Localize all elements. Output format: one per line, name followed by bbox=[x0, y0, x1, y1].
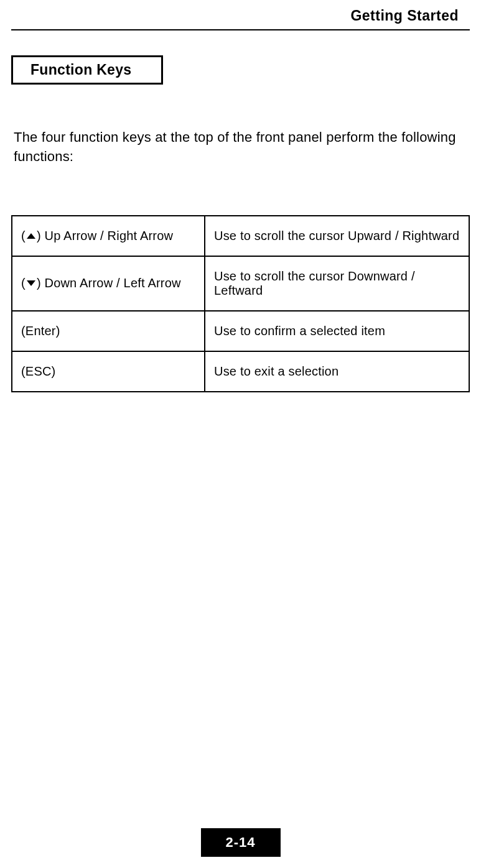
up-arrow-icon bbox=[27, 233, 35, 239]
key-cell: (Enter) bbox=[12, 311, 205, 351]
key-prefix: ( bbox=[21, 229, 26, 242]
section-title: Function Keys bbox=[30, 62, 131, 78]
description-cell: Use to exit a selection bbox=[205, 351, 469, 392]
description-cell: Use to confirm a selected item bbox=[205, 311, 469, 351]
key-prefix: ( bbox=[21, 276, 26, 290]
description-cell: Use to scroll the cursor Upward / Rightw… bbox=[205, 216, 469, 256]
key-cell: () Up Arrow / Right Arrow bbox=[12, 216, 205, 256]
key-suffix: (Enter) bbox=[21, 324, 60, 338]
function-keys-table: () Up Arrow / Right ArrowUse to scroll t… bbox=[11, 215, 470, 392]
intro-paragraph: The four function keys at the top of the… bbox=[14, 128, 470, 167]
header-title: Getting Started bbox=[350, 7, 459, 24]
page-number-box: 2-14 bbox=[200, 828, 280, 857]
down-arrow-icon bbox=[27, 280, 35, 286]
table-row: () Up Arrow / Right ArrowUse to scroll t… bbox=[12, 216, 469, 256]
key-cell: (ESC) bbox=[12, 351, 205, 392]
key-cell: () Down Arrow / Left Arrow bbox=[12, 256, 205, 311]
key-suffix: (ESC) bbox=[21, 364, 55, 378]
table-row: (Enter)Use to confirm a selected item bbox=[12, 311, 469, 351]
key-suffix: ) Down Arrow / Left Arrow bbox=[37, 276, 181, 290]
page-header: Getting Started bbox=[11, 0, 470, 30]
table-row: (ESC)Use to exit a selection bbox=[12, 351, 469, 392]
description-cell: Use to scroll the cursor Downward / Left… bbox=[205, 256, 469, 311]
table-row: () Down Arrow / Left ArrowUse to scroll … bbox=[12, 256, 469, 311]
key-suffix: ) Up Arrow / Right Arrow bbox=[37, 229, 173, 242]
page-number: 2-14 bbox=[225, 834, 255, 850]
intro-text: The four function keys at the top of the… bbox=[14, 129, 456, 164]
section-title-box: Function Keys bbox=[11, 55, 163, 85]
